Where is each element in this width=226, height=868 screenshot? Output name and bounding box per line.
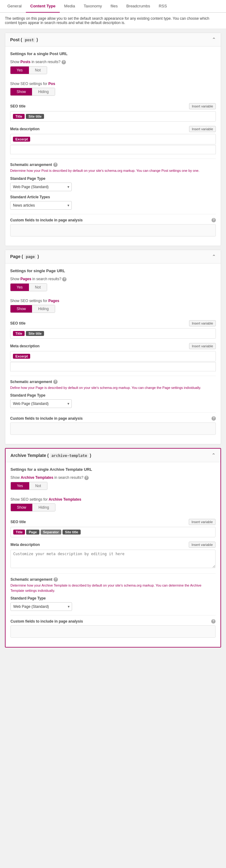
post-seo-toggle[interactable]: Show Hiding: [10, 88, 55, 96]
archive-template-seo-hiding-btn[interactable]: Hiding: [32, 504, 55, 511]
post-seo-insert-variable-btn[interactable]: Insert variable: [189, 103, 216, 109]
post-search-help-icon[interactable]: ?: [62, 60, 66, 64]
page-seo-title-tags[interactable]: Title Site title: [10, 328, 216, 339]
archive-template-seo-title-tag-sitetitle: Site title: [63, 530, 81, 534]
page-section-header[interactable]: Page ( page ) ⌃: [5, 250, 221, 264]
archive-template-seo-show-btn[interactable]: Show: [11, 504, 32, 511]
page-custom-fields-label: Custom fields to include in page analysi…: [10, 416, 216, 421]
tab-general[interactable]: General: [3, 0, 26, 12]
tab-taxonomy[interactable]: Taxonomy: [79, 0, 106, 12]
archive-template-standard-page-type-select[interactable]: Web Page (Standard): [10, 602, 72, 611]
archive-template-standard-page-type-label: Standard Page Type: [10, 596, 216, 600]
page-seo-title-label: SEO title Insert variable: [10, 320, 216, 327]
post-meta-insert-variable-btn[interactable]: Insert variable: [189, 126, 216, 132]
page-seo-show-btn[interactable]: Show: [10, 305, 32, 313]
archive-template-seo-title-row: SEO title Insert variable Title Page Sep…: [10, 519, 216, 537]
page-search-not-btn[interactable]: Not: [29, 284, 47, 291]
archive-template-seo-title-tags[interactable]: Title Page Separator Site title: [10, 527, 216, 537]
archive-template-custom-fields-help-icon[interactable]: ?: [211, 619, 216, 623]
post-section: Post ( post ) ⌃ Settings for a single Po…: [5, 33, 221, 246]
tab-breadcrumbs[interactable]: Breadcrumbs: [122, 0, 154, 12]
post-meta-desc-tags[interactable]: Excerpt: [10, 134, 216, 145]
post-seo-title-row: SEO title Insert variable Title Site tit…: [10, 103, 216, 122]
post-seo-toggle-row: Show SEO settings for Pos Show Hiding: [10, 82, 216, 99]
post-search-toggle[interactable]: Yes Not: [10, 66, 47, 74]
page-schema-help-icon[interactable]: ?: [53, 380, 58, 384]
post-schema-section: Schematic arrangement ? Determine how yo…: [10, 162, 216, 210]
post-standard-article-types-select[interactable]: News articles: [10, 201, 72, 210]
archive-template-seo-insert-variable-btn[interactable]: Insert variable: [189, 519, 216, 525]
archive-template-search-label: Show Archive Templates in search results…: [10, 475, 216, 480]
archive-template-meta-desc-textarea[interactable]: [10, 550, 216, 568]
page-seo-toggle[interactable]: Show Hiding: [10, 305, 55, 313]
page-custom-fields-row: Custom fields to include in page analysi…: [10, 416, 216, 435]
post-standard-page-type-label: Standard Page Type: [10, 177, 216, 181]
page-seo-hiding-btn[interactable]: Hiding: [32, 305, 55, 313]
archive-template-search-not-btn[interactable]: Not: [29, 482, 47, 490]
page-search-yes-btn[interactable]: Yes: [10, 284, 29, 291]
archive-template-section-header[interactable]: Archive Template ( archive-template ) ⌃: [5, 448, 221, 462]
archive-template-schema-section: Schematic arrangement ? Determine how yo…: [10, 577, 216, 611]
tab-content-type[interactable]: Content Type: [26, 0, 60, 12]
post-standard-page-type-select-wrapper[interactable]: Web Page (Standard): [10, 183, 72, 191]
tab-files[interactable]: files: [106, 0, 122, 12]
post-seo-title-tag-sitetitle: Site title: [26, 114, 44, 119]
page-meta-desc-tags[interactable]: Excerpt: [10, 351, 216, 362]
page-standard-page-type-select[interactable]: Web Page (Standard): [10, 399, 72, 408]
page-description: The settings on this page allow you to s…: [0, 12, 226, 29]
page-schema-title: Schematic arrangement ?: [10, 380, 216, 384]
post-seo-title-tag-title: Title: [13, 114, 25, 119]
page-search-toggle[interactable]: Yes Not: [10, 283, 47, 291]
page-schema-section: Schematic arrangement ? Define how your …: [10, 380, 216, 408]
page-search-help-icon[interactable]: ?: [62, 277, 66, 281]
page-standard-page-type-label: Standard Page Type: [10, 393, 216, 398]
archive-template-meta-insert-variable-btn[interactable]: Insert variable: [189, 541, 216, 548]
archive-template-search-toggle[interactable]: Yes Not: [10, 482, 47, 490]
page-seo-title-tag-title: Title: [13, 331, 25, 336]
page-seo-title-row: SEO title Insert variable Title Site tit…: [10, 320, 216, 339]
post-seo-hiding-btn[interactable]: Hiding: [32, 88, 55, 95]
post-section-toggle-icon[interactable]: ⌃: [212, 37, 216, 42]
archive-template-seo-title-tag-page: Page: [26, 530, 39, 534]
archive-template-custom-fields-box[interactable]: [10, 625, 216, 638]
post-standard-page-type-row: Standard Page Type Web Page (Standard): [10, 177, 216, 191]
archive-template-meta-desc-label: Meta description Insert variable: [10, 541, 216, 548]
page-standard-page-type-select-wrapper[interactable]: Web Page (Standard): [10, 399, 72, 408]
archive-template-seo-title-tag-separator: Separator: [41, 530, 61, 534]
tab-rss[interactable]: RSS: [154, 0, 171, 12]
archive-template-section-toggle-icon[interactable]: ⌃: [212, 452, 216, 458]
post-section-content: Settings for a single Post URL Show Post…: [5, 46, 221, 246]
page-custom-fields-help-icon[interactable]: ?: [212, 416, 216, 421]
tabs-bar: General Content Type Media Taxonomy file…: [0, 0, 226, 12]
post-seo-title-tags[interactable]: Title Site title: [10, 111, 216, 122]
page-custom-fields-box[interactable]: [10, 423, 216, 435]
post-schema-help-icon[interactable]: ?: [53, 162, 58, 167]
archive-template-custom-fields-label: Custom fields to include in page analysi…: [10, 619, 216, 623]
post-search-not-btn[interactable]: Not: [29, 66, 47, 74]
tab-media[interactable]: Media: [60, 0, 79, 12]
post-custom-fields-help-icon[interactable]: ?: [212, 218, 216, 222]
archive-template-search-yes-btn[interactable]: Yes: [11, 482, 29, 490]
archive-template-seo-label: Show SEO settings for Archive Templates: [10, 497, 216, 502]
archive-template-search-help-icon[interactable]: ?: [84, 476, 89, 480]
page-meta-desc-tag-excerpt: Excerpt: [13, 354, 30, 359]
post-schema-desc: Determine how your Post is described by …: [10, 168, 216, 173]
page-section-toggle-icon[interactable]: ⌃: [212, 254, 216, 259]
post-custom-fields-box[interactable]: [10, 224, 216, 237]
page-meta-insert-variable-btn[interactable]: Insert variable: [189, 343, 216, 349]
page-seo-insert-variable-btn[interactable]: Insert variable: [189, 320, 216, 327]
archive-template-seo-toggle-row: Show SEO settings for Archive Templates …: [10, 497, 216, 515]
archive-template-standard-page-type-row: Standard Page Type Web Page (Standard): [10, 596, 216, 611]
post-search-label: Show Posts in search results? ?: [10, 60, 216, 64]
archive-template-schema-help-icon[interactable]: ?: [54, 577, 58, 582]
archive-template-seo-toggle[interactable]: Show Hiding: [10, 503, 56, 512]
post-seo-show-btn[interactable]: Show: [10, 88, 32, 95]
post-standard-article-types-select-wrapper[interactable]: News articles: [10, 201, 72, 210]
post-section-header[interactable]: Post ( post ) ⌃: [5, 33, 221, 46]
post-seo-label: Show SEO settings for Pos: [10, 82, 216, 86]
post-meta-desc-label: Meta description Insert variable: [10, 126, 216, 132]
post-standard-page-type-select[interactable]: Web Page (Standard): [10, 183, 72, 191]
page-seo-toggle-row: Show SEO settings for Pages Show Hiding: [10, 299, 216, 316]
archive-template-standard-page-type-select-wrapper[interactable]: Web Page (Standard): [10, 602, 72, 611]
post-search-yes-btn[interactable]: Yes: [10, 66, 29, 74]
